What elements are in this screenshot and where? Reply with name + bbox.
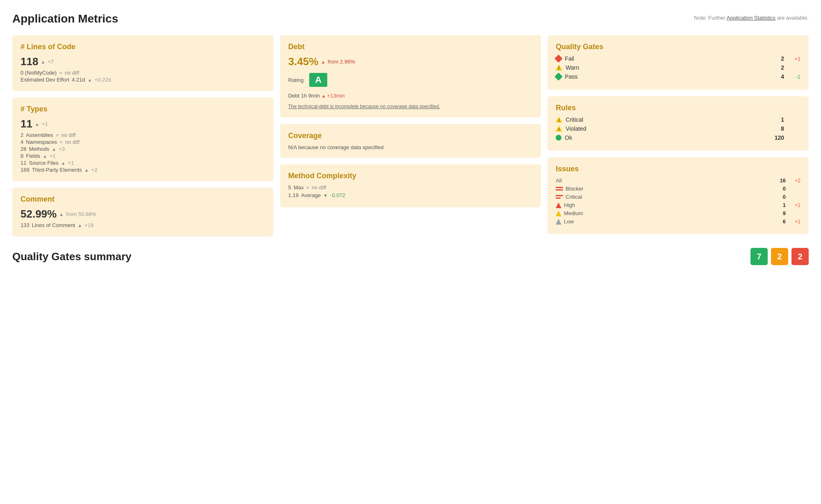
svg-text:!: ! <box>559 118 560 123</box>
quality-gates-card: Quality Gates Fail 2 +1 ! Warn 2 <box>547 35 809 90</box>
left-column: # Lines of Code 118 ▲ +7 0 (NotMyCode) =… <box>12 35 274 236</box>
main-grid: # Lines of Code 118 ▲ +7 0 (NotMyCode) =… <box>12 35 809 236</box>
rules-violated-text: Violated <box>566 125 586 132</box>
note-suffix: are available. <box>777 15 809 21</box>
debt-from: from 2.96% <box>328 59 355 65</box>
debt-rating-value: A <box>309 73 327 87</box>
types-assemblies-row: 2 Assemblies = no diff <box>21 132 265 138</box>
qg-fail-row: Fail 2 +1 <box>556 55 800 62</box>
method-max-equals: = <box>306 184 309 191</box>
lines-of-code-arrow: ▲ <box>41 59 45 64</box>
issues-high-count: 1 <box>769 202 786 208</box>
debt-title: Debt <box>288 43 533 51</box>
comment-arrow: ▲ <box>59 212 64 217</box>
qg-warn-count: 2 <box>764 64 784 71</box>
qg-fail-label: Fail <box>556 55 764 62</box>
debt-value: 1h 9min <box>301 93 320 99</box>
debt-pct: 3.45% <box>288 55 319 68</box>
debt-card: Debt 3.45% ▲ from 2.96% Rating A Debt 1h… <box>280 35 541 118</box>
qg-warn-label: ! Warn <box>556 64 764 71</box>
coverage-text: N/A because no coverage data specified <box>288 144 533 150</box>
middle-column: Debt 3.45% ▲ from 2.96% Rating A Debt 1h… <box>280 35 541 236</box>
types-count: 11 <box>21 118 32 130</box>
pass-icon <box>554 73 563 81</box>
lines-of-code-card: # Lines of Code 118 ▲ +7 0 (NotMyCode) =… <box>12 35 274 91</box>
types-metric: 11 ▲ +1 <box>21 118 265 130</box>
warn-triangle-icon-2: ! <box>556 126 562 132</box>
issues-all-label: All <box>556 177 769 184</box>
issues-critical-count: 0 <box>769 194 786 200</box>
issues-high-text: High <box>564 202 575 208</box>
types-card: # Types 11 ▲ +1 2 Assemblies = no diff 4… <box>12 98 274 181</box>
types-arrow: ▲ <box>35 122 39 127</box>
lines-of-code-title: # Lines of Code <box>21 43 265 51</box>
note-prefix: Note: Further <box>694 15 726 21</box>
rules-critical-count: 1 <box>764 116 784 123</box>
method-max-value: 5 <box>288 184 291 191</box>
rules-critical-label: ! Critical <box>556 116 764 123</box>
badge-green-value: 7 <box>757 252 761 261</box>
issues-critical-label: Critical <box>556 194 769 200</box>
issues-low-count: 6 <box>769 218 786 225</box>
issues-medium-row: Medium 9 <box>556 210 800 216</box>
issues-high-row: High 1 +1 <box>556 202 800 208</box>
assemblies-count: 2 <box>21 132 23 138</box>
types-namespaces-row: 4 Namespaces = no diff <box>21 139 265 145</box>
issues-blocker-label: Blocker <box>556 186 769 192</box>
svg-rect-9 <box>556 198 561 199</box>
qg-fail-diff: +1 <box>784 56 800 62</box>
issues-low-label: Low <box>556 218 769 225</box>
rules-ok-label: Ok <box>556 134 764 141</box>
debt-time-row: Debt 1h 9min ▲ +13min <box>288 93 533 99</box>
qg-warn-row: ! Warn 2 <box>556 64 800 71</box>
issues-all-text: All <box>556 177 561 184</box>
debt-note-link[interactable]: The technical-debt is incomplete because… <box>288 103 533 110</box>
methods-label: Methods <box>29 146 49 152</box>
methods-count: 28 <box>21 146 26 152</box>
source-files-count: 11 <box>21 160 26 166</box>
svg-rect-7 <box>556 189 563 191</box>
fail-icon <box>554 54 563 63</box>
rules-ok-row: Ok 120 <box>556 134 800 141</box>
rules-violated-count: 8 <box>764 125 784 132</box>
method-avg-label: Average <box>301 192 321 198</box>
method-complexity-avg-row: 1.19 Average ▼ -0.072 <box>288 192 533 198</box>
page-header: Application Metrics Note: Further Applic… <box>12 12 809 25</box>
bottom-section: Quality Gates summary 7 2 2 <box>12 248 809 265</box>
issues-low-row: Low 6 +1 <box>556 218 800 225</box>
svg-rect-6 <box>556 187 563 188</box>
method-complexity-title: Method Complexity <box>288 172 533 180</box>
comment-title: Comment <box>21 195 265 204</box>
types-fields-row: 8 Fields ▲ +1 <box>21 153 265 159</box>
svg-rect-8 <box>556 195 563 196</box>
rules-title: Rules <box>556 104 800 112</box>
method-avg-diff: -0.072 <box>330 192 345 198</box>
qg-fail-text: Fail <box>565 55 574 62</box>
blocker-icon <box>556 186 563 192</box>
debt-diff: +13min <box>327 93 345 99</box>
warn-triangle-icon: ! <box>556 117 562 123</box>
method-avg-value: 1.19 <box>288 192 299 198</box>
quality-gates-summary-title: Quality Gates summary <box>12 250 131 263</box>
namespaces-count: 4 <box>21 139 23 145</box>
debt-arrow: ▲ <box>321 59 325 64</box>
comment-from: from 50.88% <box>66 211 96 217</box>
debt-time-arrow: ▲ <box>322 93 327 98</box>
warn-icon: ! <box>556 65 562 70</box>
dev-effort-row: Estimated Dev Effort 4.21d ▲ +0.22d <box>21 77 265 83</box>
issues-blocker-text: Blocker <box>566 186 583 192</box>
comment-pct: 52.99% <box>21 208 57 220</box>
comment-lines-row: 133 Lines of Comment ▲ +18 <box>21 222 265 228</box>
svg-marker-12 <box>556 219 561 225</box>
lines-of-code-metric: 118 ▲ +7 <box>21 55 265 68</box>
lines-of-code-count: 118 <box>21 55 38 68</box>
badge-orange: 2 <box>771 248 788 265</box>
lines-of-code-diff: +7 <box>48 59 54 65</box>
types-source-files-row: 11 Source Files ▲ +1 <box>21 160 265 166</box>
types-title: # Types <box>21 105 265 114</box>
issues-low-diff: +1 <box>786 219 800 225</box>
app-statistics-link[interactable]: Application Statistics <box>727 15 775 21</box>
assemblies-label: Assemblies <box>26 132 53 138</box>
method-avg-arrow: ▼ <box>323 193 328 198</box>
method-max-diff: no diff <box>312 184 326 191</box>
